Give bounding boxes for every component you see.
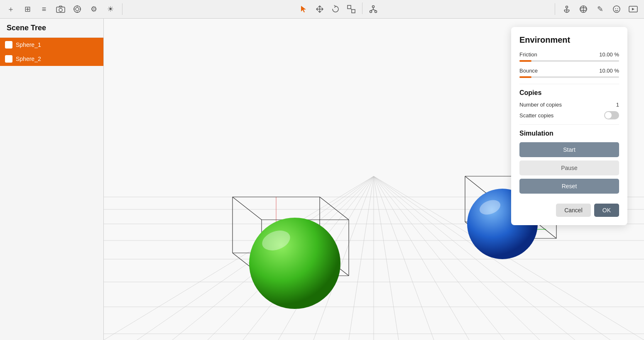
edit-tool[interactable]: ✎	[593, 2, 607, 16]
scene-item-label-sphere2: Sphere_2	[16, 56, 41, 62]
separator-3	[555, 3, 555, 15]
svg-line-45	[374, 176, 469, 340]
checkbox-sphere1[interactable]	[5, 41, 12, 49]
svg-line-36	[172, 176, 374, 340]
rotate-tool[interactable]	[329, 2, 342, 16]
svg-line-65	[291, 228, 320, 243]
svg-line-58	[233, 197, 262, 220]
svg-line-35	[137, 176, 374, 340]
friction-slider[interactable]	[519, 60, 619, 62]
scene-item-sphere1[interactable]: Sphere_1	[0, 38, 103, 52]
start-button[interactable]: Start	[519, 142, 619, 157]
svg-line-53	[233, 253, 262, 276]
svg-line-68	[465, 222, 486, 238]
svg-line-15	[371, 10, 373, 11]
scene-item-sphere2[interactable]: Sphere_2	[0, 52, 103, 66]
camera-button[interactable]	[54, 2, 67, 16]
scene-tree-title: Scene Tree	[0, 19, 103, 38]
simulation-title: Simulation	[519, 130, 619, 137]
number-of-copies-value: 1	[616, 102, 619, 108]
bounce-slider-fill	[519, 76, 531, 78]
green-sphere[interactable]	[249, 218, 340, 309]
svg-line-52	[320, 253, 349, 276]
bounce-row: Bounce 10.00 %	[519, 68, 619, 74]
toolbar: ＋ ⊞ ≡ ⚙ ☀ ✎	[0, 0, 644, 19]
svg-point-22	[613, 6, 620, 12]
friction-row: Friction 10.00 %	[519, 51, 619, 58]
svg-point-81	[477, 197, 502, 217]
svg-point-3	[76, 7, 79, 11]
environment-panel: Environment Friction 10.00 % Bounce 10.0…	[511, 27, 627, 225]
sun-button[interactable]: ☀	[104, 2, 117, 16]
svg-line-10	[351, 9, 352, 10]
bounce-label: Bounce	[519, 68, 538, 74]
divider-1	[519, 84, 619, 84]
svg-point-11	[372, 6, 375, 8]
ok-button[interactable]: OK	[594, 204, 619, 217]
svg-line-43	[374, 176, 399, 340]
divider-2	[519, 124, 619, 125]
svg-point-12	[370, 11, 372, 13]
hierarchy-tool[interactable]	[367, 2, 380, 16]
bounce-value: 10.00 %	[599, 68, 619, 74]
anchor-tool[interactable]	[560, 2, 573, 16]
svg-point-23	[615, 8, 616, 9]
svg-line-34	[104, 176, 374, 340]
menu-button[interactable]: ≡	[37, 2, 51, 16]
reset-button[interactable]: Reset	[519, 179, 619, 194]
svg-line-39	[278, 176, 374, 340]
environment-title: Environment	[519, 35, 619, 45]
cancel-button[interactable]: Cancel	[556, 204, 591, 217]
svg-line-59	[320, 197, 349, 220]
svg-line-44	[374, 176, 434, 340]
svg-line-41	[349, 176, 374, 340]
scatter-copies-row: Scatter copies	[519, 111, 619, 119]
move-tool[interactable]	[313, 2, 326, 16]
svg-line-40	[313, 176, 374, 340]
copies-title: Copies	[519, 89, 619, 97]
settings-button[interactable]: ⚙	[87, 2, 100, 16]
friction-slider-fill	[519, 60, 531, 62]
svg-rect-9	[352, 10, 355, 13]
scatter-copies-toggle[interactable]	[604, 111, 619, 119]
svg-point-1	[59, 8, 62, 12]
target-button[interactable]	[71, 2, 84, 16]
scene-item-label-sphere1: Sphere_1	[16, 41, 41, 48]
svg-point-17	[566, 6, 568, 8]
svg-line-37	[208, 176, 374, 340]
svg-line-73	[465, 176, 486, 193]
number-of-copies-label: Number of copies	[519, 102, 562, 108]
svg-rect-8	[348, 5, 351, 9]
svg-point-2	[74, 6, 81, 12]
physics-tool[interactable]	[577, 2, 590, 16]
animation-tool[interactable]	[627, 2, 640, 16]
pause-button[interactable]: Pause	[519, 160, 619, 175]
scale-tool[interactable]	[345, 2, 358, 16]
number-of-copies-row: Number of copies 1	[519, 102, 619, 108]
bounce-slider[interactable]	[519, 76, 619, 78]
svg-point-24	[617, 8, 618, 9]
svg-point-80	[260, 227, 293, 254]
checkbox-sphere2[interactable]	[5, 55, 12, 63]
separator-2	[362, 2, 362, 14]
friction-label: Friction	[519, 51, 537, 58]
svg-line-38	[243, 176, 374, 340]
face-tool[interactable]	[610, 2, 623, 16]
panel-footer: Cancel OK	[519, 204, 619, 217]
separator-1	[122, 3, 122, 15]
cursor-tool[interactable]	[297, 2, 311, 16]
grid-button[interactable]: ⊞	[21, 2, 34, 16]
svg-line-46	[374, 176, 504, 340]
add-button[interactable]: ＋	[4, 2, 17, 16]
scatter-copies-label: Scatter copies	[519, 112, 553, 119]
sidebar: Scene Tree Sphere_1 Sphere_2	[0, 19, 104, 340]
friction-value: 10.00 %	[599, 51, 619, 58]
svg-line-16	[373, 10, 376, 11]
svg-point-13	[375, 11, 377, 13]
